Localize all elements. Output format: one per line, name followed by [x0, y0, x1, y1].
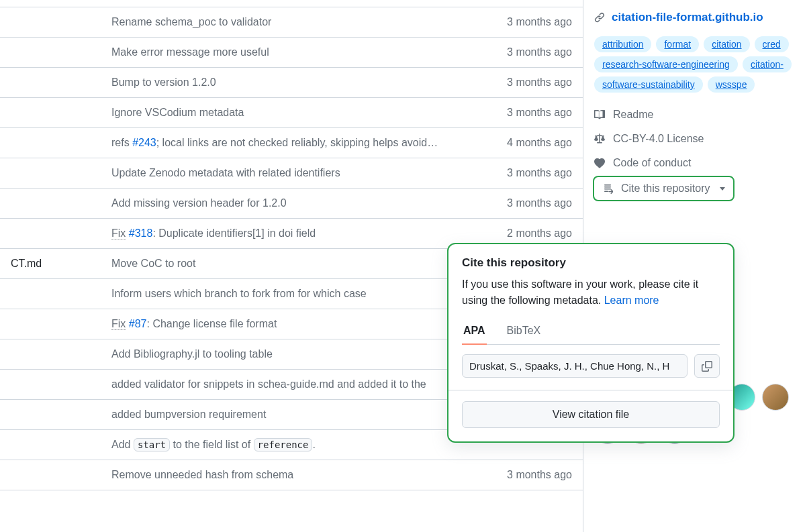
commit-message-cell[interactable]: added validator for snippets in schea-gu… — [101, 369, 487, 399]
table-row: Remove unneeded hash from schema3 months… — [0, 460, 583, 490]
file-name-cell — [0, 158, 101, 188]
repo-website-url[interactable]: citation-file-format.github.io — [612, 11, 763, 24]
tab-bibtex[interactable]: BibTeX — [506, 319, 542, 345]
topic-tag[interactable]: cred — [755, 36, 789, 52]
commit-message-cell[interactable]: Add missing version header for 1.2.0 — [101, 188, 487, 218]
coc-label: Code of conduct — [613, 157, 692, 169]
license-label: CC-BY-4.0 License — [613, 133, 704, 145]
topic-tag[interactable]: format — [656, 36, 699, 52]
table-row: Rename schema_poc to validator3 months a… — [0, 7, 583, 37]
issue-link[interactable]: #87 — [129, 318, 147, 329]
commit-message-cell[interactable]: Move CoC to root — [101, 248, 487, 278]
commit-message-cell[interactable]: Remove unneeded hash from schema — [101, 460, 487, 490]
commit-message-cell[interactable]: added bumpversion requirement — [101, 399, 487, 429]
readme-label: Readme — [613, 109, 653, 121]
chevron-down-icon — [720, 187, 725, 191]
table-row: Add missing version header for 1.2.03 mo… — [0, 188, 583, 218]
table-row — [0, 0, 583, 7]
commit-message-cell[interactable]: refs #243; local links are not checked r… — [101, 127, 487, 158]
file-name-cell — [0, 127, 101, 158]
commit-message-cell[interactable]: Fix #318: Duplicate identifiers[1] in do… — [101, 218, 487, 248]
table-row: Bump to version 1.2.03 months ago — [0, 67, 583, 97]
file-name-cell — [0, 339, 101, 369]
cite-repository-button[interactable]: Cite this repository — [593, 176, 735, 201]
issue-link[interactable]: #243 — [132, 137, 156, 148]
commit-message-cell[interactable]: Make error message more useful — [101, 37, 487, 67]
commit-message-cell[interactable]: Update Zenodo metadata with related iden… — [101, 158, 487, 188]
topic-tag[interactable]: software-sustainability — [594, 76, 703, 93]
file-name-cell — [0, 460, 101, 490]
commit-message-cell[interactable]: Add Bibliography.jl to tooling table — [101, 339, 487, 369]
license-link[interactable]: CC-BY-4.0 License — [594, 133, 794, 145]
copy-citation-button[interactable] — [694, 354, 720, 378]
topic-tag[interactable]: citation — [704, 36, 749, 52]
citation-text-input[interactable] — [462, 354, 688, 378]
commit-time-cell: 3 months ago — [487, 37, 583, 67]
copy-icon — [702, 361, 712, 372]
cite-popover: Cite this repository If you use this sof… — [447, 243, 735, 443]
avatar[interactable] — [762, 384, 789, 411]
topic-tag[interactable]: citation- — [743, 56, 792, 72]
file-name-cell — [0, 37, 101, 67]
link-icon — [594, 12, 605, 23]
file-name-cell — [0, 188, 101, 218]
commit-time-cell: 4 months ago — [487, 127, 583, 158]
commit-time-cell: 3 months ago — [487, 7, 583, 37]
law-icon — [594, 134, 605, 144]
commit-message-cell[interactable]: Add start to the field list of reference… — [101, 429, 487, 460]
file-name-cell — [0, 218, 101, 248]
code-of-conduct-icon — [594, 158, 605, 168]
cite-label: Cite this repository — [621, 182, 710, 195]
divider — [448, 390, 733, 390]
cite-icon — [602, 183, 613, 194]
readme-link[interactable]: Readme — [594, 109, 794, 121]
topic-list: attributionformatcitationcredresearch-so… — [594, 36, 794, 93]
code-of-conduct-link[interactable]: Code of conduct — [594, 157, 794, 169]
topic-tag[interactable]: attribution — [594, 36, 651, 52]
table-row: Update Zenodo metadata with related iden… — [0, 158, 583, 188]
popover-body: If you use this software in your work, p… — [462, 276, 720, 309]
topic-tag[interactable]: wssspe — [708, 76, 755, 93]
citation-format-tabs: APA BibTeX — [462, 319, 720, 345]
commit-time-cell: 3 months ago — [487, 97, 583, 127]
commit-message-cell[interactable]: Bump to version 1.2.0 — [101, 67, 487, 97]
file-name-cell — [0, 97, 101, 127]
issue-link[interactable]: #318 — [129, 227, 153, 239]
code-chip: reference — [254, 438, 313, 451]
commit-message-cell[interactable]: Inform users which branch to fork from f… — [101, 278, 487, 309]
commit-message-cell[interactable]: Rename schema_poc to validator — [101, 7, 487, 37]
commit-time-cell: 3 months ago — [487, 67, 583, 97]
commit-message-cell[interactable]: Ignore VSCodium metadata — [101, 97, 487, 127]
repo-website-link[interactable]: citation-file-format.github.io — [594, 11, 794, 24]
learn-more-link[interactable]: Learn more — [604, 295, 659, 306]
table-row: Make error message more useful3 months a… — [0, 37, 583, 67]
file-name-cell — [0, 309, 101, 339]
topic-tag[interactable]: research-software-engineering — [594, 56, 738, 72]
file-name-cell — [0, 7, 101, 37]
tab-apa[interactable]: APA — [462, 319, 487, 345]
commit-message-cell[interactable]: Fix #87: Change license file format — [101, 309, 487, 339]
file-name-cell — [0, 369, 101, 399]
code-chip: start — [134, 438, 170, 451]
popover-title: Cite this repository — [462, 256, 720, 270]
file-name-cell — [0, 429, 101, 460]
table-row: Ignore VSCodium metadata3 months ago — [0, 97, 583, 127]
file-name-cell — [0, 278, 101, 309]
file-name-cell — [0, 399, 101, 429]
file-name-cell[interactable]: CT.md — [0, 248, 101, 278]
file-name-cell — [0, 67, 101, 97]
book-icon — [594, 109, 605, 120]
table-row: refs #243; local links are not checked r… — [0, 127, 583, 158]
commit-time-cell: 3 months ago — [487, 158, 583, 188]
commit-time-cell: 3 months ago — [487, 460, 583, 490]
view-citation-file-button[interactable]: View citation file — [462, 401, 720, 428]
commit-time-cell: 3 months ago — [487, 188, 583, 218]
